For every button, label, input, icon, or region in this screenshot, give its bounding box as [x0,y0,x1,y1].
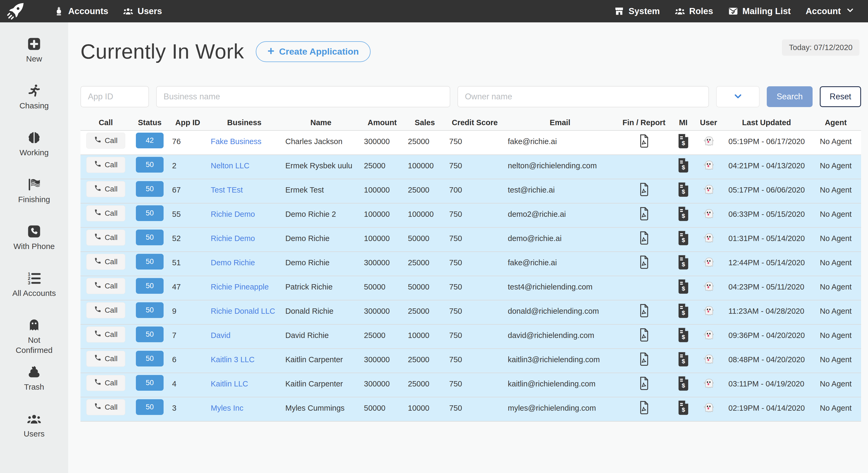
business-link[interactable]: Richie Demo [211,234,255,243]
ghost-emoji-icon[interactable] [703,160,714,172]
nav-item-roles[interactable]: Roles [675,6,713,16]
file-invoice-dollar-icon[interactable]: $ [678,134,689,149]
status-badge[interactable]: 50 [136,229,163,245]
status-badge[interactable]: 50 [136,351,163,367]
file-pdf-icon[interactable] [638,183,650,198]
call-button[interactable]: Call [86,399,125,415]
sidebar-item-trash[interactable]: Trash [0,364,68,411]
call-button[interactable]: Call [86,302,125,318]
call-button[interactable]: Call [86,351,125,367]
ghost-emoji-icon[interactable] [703,256,714,269]
status-badge[interactable]: 50 [136,399,163,415]
call-button[interactable]: Call [86,254,125,270]
sidebar-item-with-phone[interactable]: With Phone [0,224,68,271]
reset-button[interactable]: Reset [820,86,861,107]
status-badge[interactable]: 50 [136,206,163,221]
file-invoice-dollar-icon[interactable]: $ [678,304,689,319]
status-badge[interactable]: 50 [136,375,163,391]
file-invoice-dollar-icon[interactable]: $ [678,401,689,416]
sidebar-item-chasing[interactable]: Chasing [0,83,68,130]
file-invoice-dollar-icon[interactable]: $ [678,376,689,392]
file-invoice-dollar-icon[interactable]: $ [678,352,689,368]
status-badge[interactable]: 50 [136,326,163,342]
file-pdf-icon[interactable] [638,304,650,319]
status-filter-dropdown[interactable] [716,86,760,107]
ghost-emoji-icon[interactable] [703,378,714,390]
status-badge[interactable]: 50 [136,181,163,197]
create-application-button[interactable]: + Create Application [256,41,371,62]
users-icon [123,6,133,16]
status-badge[interactable]: 42 [136,133,163,148]
file-pdf-icon[interactable] [638,207,650,222]
file-invoice-dollar-icon[interactable]: $ [678,255,689,271]
business-link[interactable]: Richie Pineapple [211,283,269,291]
file-invoice-dollar-icon[interactable]: $ [678,158,689,174]
search-button[interactable]: Search [767,86,813,107]
business-link[interactable]: David [211,331,230,340]
sidebar-item-new[interactable]: New [0,36,68,83]
ghost-emoji-icon[interactable] [703,305,714,318]
sidebar-item-working[interactable]: Working [0,130,68,177]
business-link[interactable]: Demo Richie [211,258,255,267]
business-link[interactable]: Fake Business [211,137,261,146]
sidebar-item-all-accounts[interactable]: 123All Accounts [0,271,68,317]
agent-cell: No Agent [810,234,861,245]
sidebar-item-users[interactable]: Users [0,411,68,458]
ghost-emoji-icon[interactable] [703,135,714,148]
ghost-emoji-icon[interactable] [703,353,714,366]
ghost-emoji-icon[interactable] [703,402,714,415]
nav-item-mailing-list[interactable]: Mailing List [728,6,791,16]
file-pdf-icon[interactable] [638,134,650,149]
call-button[interactable]: Call [86,206,125,221]
mi-cell: $ [672,134,694,152]
call-button[interactable]: Call [86,181,125,197]
status-badge[interactable]: 50 [136,254,163,270]
business-link[interactable]: Nelton LLC [211,161,249,170]
file-invoice-dollar-icon[interactable]: $ [678,328,689,343]
credit-score-cell: 750 [445,307,504,318]
app-logo[interactable] [4,1,28,21]
status-badge[interactable]: 50 [136,157,163,172]
call-button[interactable]: Call [86,133,125,149]
status-badge[interactable]: 50 [136,302,163,318]
owner-name-filter-input[interactable] [458,86,709,107]
call-button[interactable]: Call [86,157,125,173]
business-link[interactable]: Kaitlin 3 LLC [211,355,254,364]
ghost-emoji-icon[interactable] [703,329,714,342]
file-pdf-icon[interactable] [638,401,650,416]
fin-report-cell [616,255,672,273]
sidebar-item-finishing[interactable]: Finishing [0,177,68,224]
file-invoice-dollar-icon[interactable]: $ [678,279,689,295]
business-link[interactable]: Myles Inc [211,404,243,412]
business-link[interactable]: Test TEst [211,186,243,194]
file-pdf-icon[interactable] [638,376,650,392]
file-invoice-dollar-icon[interactable]: $ [678,183,689,198]
business-name-filter-input[interactable] [156,86,450,107]
business-link[interactable]: Richie Demo [211,210,255,218]
ghost-emoji-icon[interactable] [703,232,714,245]
business-link[interactable]: Richie Donald LLC [211,307,275,315]
file-pdf-icon[interactable] [638,328,650,343]
call-button[interactable]: Call [86,229,125,246]
call-button[interactable]: Call [86,375,125,391]
ghost-emoji-icon[interactable] [703,208,714,221]
nav-item-users[interactable]: Users [123,6,162,16]
call-button[interactable]: Call [86,278,125,294]
ghost-emoji-icon[interactable] [703,184,714,196]
business-link[interactable]: Kaitlin LLC [211,380,248,388]
name-cell: Kaitlin Carpenter [282,355,360,366]
sidebar-item-not-confirmed[interactable]: Not Confirmed [0,317,68,364]
nav-item-account[interactable]: Account [806,6,854,16]
call-button[interactable]: Call [86,326,125,343]
nav-item-accounts[interactable]: Accounts [54,6,108,16]
ghost-emoji-icon[interactable] [703,281,714,293]
file-invoice-dollar-icon[interactable]: $ [678,231,689,246]
table-header-row: CallStatusApp IDBusinessNameAmountSalesC… [81,115,861,130]
file-pdf-icon[interactable] [638,231,650,246]
file-pdf-icon[interactable] [638,352,650,368]
status-badge[interactable]: 50 [136,278,163,294]
file-invoice-dollar-icon[interactable]: $ [678,207,689,222]
app-id-filter-input[interactable] [81,86,149,107]
nav-item-system[interactable]: System [614,6,660,16]
file-pdf-icon[interactable] [638,255,650,271]
